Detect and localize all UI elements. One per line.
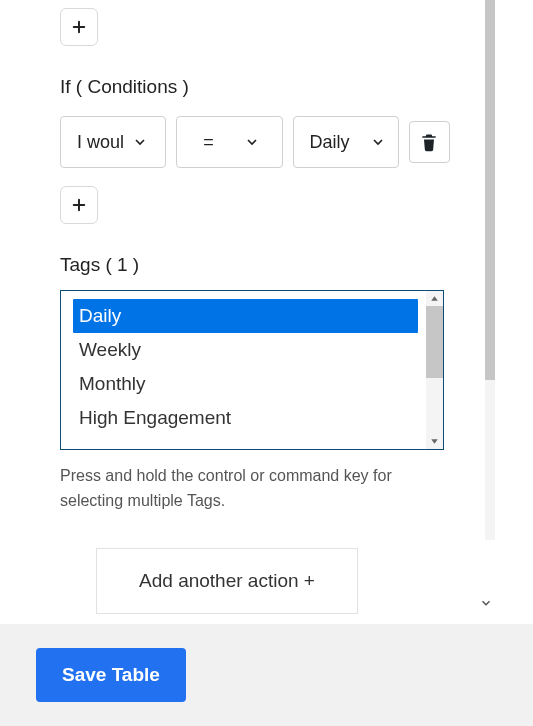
panel-scrollbar[interactable] xyxy=(485,0,495,540)
tag-option[interactable]: High Engagement xyxy=(73,401,418,435)
tags-multiselect[interactable]: Daily Weekly Monthly High Engagement xyxy=(60,290,444,450)
plus-icon xyxy=(70,196,88,214)
trash-icon xyxy=(419,132,439,152)
tag-option[interactable]: Monthly xyxy=(73,367,418,401)
tag-option[interactable]: Weekly xyxy=(73,333,418,367)
scroll-down-icon[interactable] xyxy=(479,596,493,610)
condition-operator-select[interactable]: = xyxy=(176,116,282,168)
add-condition-button[interactable] xyxy=(60,186,98,224)
tags-scrollbar[interactable] xyxy=(426,291,443,449)
scrollbar-thumb[interactable] xyxy=(426,306,443,378)
add-another-action-button[interactable]: Add another action + xyxy=(96,548,358,614)
tags-options-list: Daily Weekly Monthly High Engagement xyxy=(61,291,426,449)
footer-bar: Save Table xyxy=(0,624,533,726)
delete-condition-button[interactable] xyxy=(409,121,450,163)
chevron-down-icon xyxy=(244,134,260,150)
condition-field-value: I woul xyxy=(77,132,124,153)
condition-value-text: Daily xyxy=(310,132,350,153)
condition-field-select[interactable]: I woul xyxy=(60,116,166,168)
tags-label: Tags ( 1 ) xyxy=(60,254,450,276)
tag-option[interactable]: Daily xyxy=(73,299,418,333)
condition-value-select[interactable]: Daily xyxy=(293,116,399,168)
condition-row: I woul = Daily xyxy=(60,116,450,168)
form-scroll-area[interactable]: If ( Conditions ) I woul = Daily xyxy=(0,0,494,624)
add-item-button-top[interactable] xyxy=(60,8,98,46)
save-table-button[interactable]: Save Table xyxy=(36,648,186,702)
scroll-up-icon[interactable] xyxy=(428,292,441,305)
conditions-label: If ( Conditions ) xyxy=(60,76,450,98)
chevron-down-icon xyxy=(132,134,148,150)
chevron-down-icon xyxy=(370,134,386,150)
scroll-down-icon[interactable] xyxy=(428,435,441,448)
plus-icon xyxy=(70,18,88,36)
tags-hint: Press and hold the control or command ke… xyxy=(60,464,444,514)
condition-operator-value: = xyxy=(203,132,214,153)
scrollbar-thumb[interactable] xyxy=(485,0,495,380)
form-panel: If ( Conditions ) I woul = Daily xyxy=(0,0,533,624)
